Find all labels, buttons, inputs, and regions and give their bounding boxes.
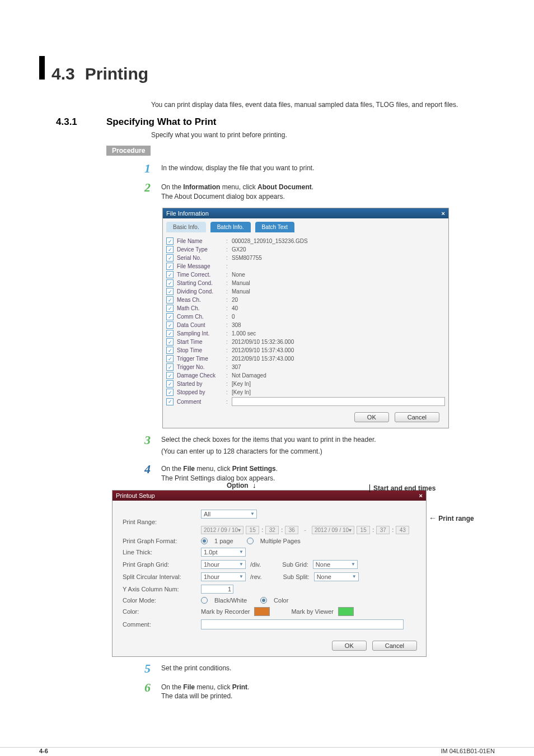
checkbox[interactable]: ✓ (166, 389, 174, 396)
dialog-title: File Information (166, 210, 209, 217)
tab-basic-info[interactable]: Basic Info. (166, 222, 206, 232)
close-icon[interactable]: × (419, 492, 423, 499)
info-label: Starting Cond. (177, 280, 226, 286)
step-2-text: On the Information menu, click About Doc… (161, 181, 495, 202)
step-1-text: In the window, display the file that you… (161, 162, 495, 173)
step-6-note: The data will be printed. (161, 692, 495, 701)
checkbox[interactable]: ✓ (166, 313, 174, 320)
info-row: ✓Comm Ch.:0 (166, 312, 445, 321)
info-label: Math Ch. (177, 305, 226, 311)
checkbox[interactable]: ✓ (166, 372, 174, 379)
step-3-text: Select the check boxes for the items tha… (161, 434, 495, 456)
step-4-note: The Print Settings dialog box appears. (161, 474, 495, 483)
info-row: ✓Start Time:2012/09/10 15:32:36.000 (166, 338, 445, 346)
checkbox[interactable]: ✓ (166, 246, 174, 253)
checkbox[interactable]: ✓ (166, 279, 174, 287)
checkbox[interactable]: ✓ (166, 398, 174, 405)
step-5-text: Set the print conditions. (161, 662, 495, 673)
info-value: 308 (232, 322, 445, 328)
start-sec[interactable]: 36 (285, 526, 298, 534)
radio-color[interactable] (260, 597, 267, 604)
info-row: ✓Damage Check:Not Damaged (166, 371, 445, 380)
info-row: ✓Data Count:308 (166, 321, 445, 329)
color-label: Color: (123, 608, 201, 615)
y-axis-col-input[interactable]: 1 (201, 585, 233, 594)
info-label: Comm Ch. (177, 314, 226, 320)
mark-recorder-swatch[interactable] (254, 607, 270, 616)
dialog-titlebar: File Information × (163, 208, 448, 218)
printout-setup-dialog: Printout Setup × Print Range: All 2012 /… (112, 490, 427, 657)
step-number: 3 (144, 434, 161, 446)
print-range-select[interactable]: All (201, 510, 257, 519)
tab-batch-info[interactable]: Batch Info. (210, 222, 251, 232)
section-number: 4.3 (51, 64, 75, 83)
checkbox[interactable]: ✓ (166, 347, 174, 354)
subsection-desc: Specify what you want to print before pr… (151, 131, 495, 139)
checkbox[interactable]: ✓ (166, 237, 174, 245)
info-label: Stopped by (177, 389, 226, 395)
sub-grid-label: Sub Grid: (282, 561, 308, 568)
start-min[interactable]: 32 (265, 526, 279, 534)
ok-button[interactable]: OK (332, 641, 367, 651)
checkbox[interactable]: ✓ (166, 338, 174, 346)
end-sec[interactable]: 43 (396, 526, 409, 534)
start-hour[interactable]: 15 (246, 526, 259, 534)
info-row: ✓Meas Ch.:20 (166, 296, 445, 304)
info-label: File Message (177, 263, 226, 269)
info-value: [Key In] (232, 381, 445, 387)
step-2-note: The About Document dialog box appears. (161, 192, 495, 202)
cancel-button[interactable]: Cancel (372, 641, 417, 651)
radio-one-page[interactable] (201, 538, 208, 544)
radio-multiple-pages[interactable] (247, 538, 254, 544)
checkbox[interactable]: ✓ (166, 321, 174, 329)
line-thick-select[interactable]: 1.0pt (201, 548, 246, 557)
dialog-title: Printout Setup (116, 492, 155, 499)
sub-split-label: Sub Split: (283, 573, 310, 580)
step-6-text: On the File menu, click Print. The data … (161, 682, 495, 702)
checkbox[interactable]: ✓ (166, 288, 174, 295)
sub-grid-select[interactable]: None (313, 560, 358, 569)
radio-bw[interactable] (201, 597, 208, 604)
grid-select[interactable]: 1hour (201, 560, 246, 569)
procedure-label: Procedure (106, 146, 151, 156)
cancel-button[interactable]: Cancel (395, 412, 439, 422)
checkbox[interactable]: ✓ (166, 330, 174, 337)
end-date[interactable]: 2012 / 09 / 10 ▾ (312, 526, 354, 534)
info-value: 2012/09/10 15:32:36.000 (232, 339, 445, 345)
checkbox[interactable]: ✓ (166, 305, 174, 312)
sub-split-select[interactable]: None (314, 572, 359, 581)
info-value: 20 (232, 297, 445, 303)
mark-viewer-swatch[interactable] (338, 607, 354, 616)
close-icon[interactable]: × (442, 210, 445, 217)
tab-batch-text[interactable]: Batch Text (255, 222, 295, 232)
info-value: GX20 (232, 246, 445, 253)
step-3-note: (You can enter up to 128 characters for … (161, 447, 495, 456)
checkbox[interactable]: ✓ (166, 296, 174, 304)
info-value: 2012/09/10 15:37:43.000 (232, 347, 445, 353)
step-number: 5 (144, 662, 161, 675)
end-min[interactable]: 37 (376, 526, 390, 534)
step-number: 2 (144, 181, 161, 194)
checkbox[interactable]: ✓ (166, 355, 174, 362)
checkbox[interactable]: ✓ (166, 363, 174, 371)
comment-input[interactable] (232, 397, 445, 406)
doc-id: IM 04L61B01-01EN (441, 748, 495, 754)
checkbox[interactable]: ✓ (166, 271, 174, 278)
info-value: Manual (232, 288, 445, 295)
info-row: ✓Serial No.:S5M807755 (166, 254, 445, 262)
ok-button[interactable]: OK (354, 412, 389, 422)
split-circular-select[interactable]: 1hour (201, 572, 246, 581)
comment-input[interactable] (201, 619, 404, 629)
checkbox[interactable]: ✓ (166, 254, 174, 262)
info-row: ✓Stopped by:[Key In] (166, 388, 445, 396)
checkbox[interactable]: ✓ (166, 380, 174, 388)
end-hour[interactable]: 15 (357, 526, 370, 534)
subsection-number: 4.3.1 (56, 116, 106, 128)
step-number: 6 (144, 682, 161, 694)
info-value: Not Damaged (232, 372, 445, 379)
info-value: 2012/09/10 15:37:43.000 (232, 356, 445, 362)
checkbox[interactable]: ✓ (166, 263, 174, 270)
info-value: None (232, 272, 445, 278)
info-row: ✓Stop Time:2012/09/10 15:37:43.000 (166, 346, 445, 354)
start-date[interactable]: 2012 / 09 / 10 ▾ (201, 526, 243, 534)
